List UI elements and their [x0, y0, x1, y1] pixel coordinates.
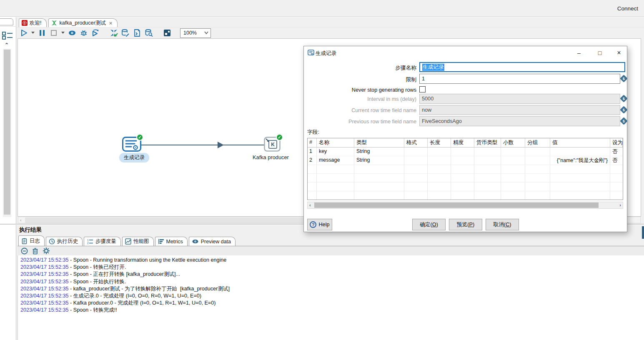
step-generate-rows-label[interactable]: 生成记录 — [119, 153, 149, 162]
log-icon — [21, 238, 28, 244]
zoom-value: 100% — [180, 30, 202, 36]
tab-step-metrics[interactable]: 12 步骤度量 — [84, 237, 121, 246]
editor-tabbar: 欢迎! kafka_producer测试 × — [17, 18, 644, 27]
dialog-title: 生成记录 — [316, 50, 336, 57]
log-line: 2023/04/17 15:52:35 - 生成记录.0 - 完成处理 (I=0… — [20, 292, 644, 300]
ok-button[interactable]: 确定(O) — [412, 219, 446, 230]
log-line: 2023/04/17 15:52:35 - Spoon - 转换完成!! — [20, 307, 644, 314]
preview-eye-icon[interactable] — [68, 28, 77, 38]
table-scrollbar-thumb[interactable] — [314, 202, 599, 208]
log-line: 2023/04/17 15:52:35 - Spoon - 转换已经打开. — [20, 264, 644, 271]
step-name-input[interactable]: 生成记录 — [419, 62, 625, 72]
get-sql-icon[interactable] — [133, 28, 142, 38]
delete-log-icon[interactable] — [32, 248, 38, 255]
scroll-left-icon[interactable]: ‹ — [20, 218, 22, 222]
tab-preview-data[interactable]: Preview data — [189, 237, 236, 246]
variable-icon[interactable]: $ — [620, 106, 627, 113]
table-horizontal-scrollbar[interactable]: ‹ › — [307, 202, 623, 209]
log-settings-gear-icon[interactable] — [43, 247, 50, 255]
table-row[interactable]: 2 message String {"name":"我是大金刚"} 否 — [308, 156, 623, 165]
interval-input[interactable]: 5000 — [419, 94, 620, 104]
maximize-icon[interactable]: □ — [594, 48, 606, 58]
generate-rows-icon — [308, 50, 314, 55]
spoon-window: Connect ⌃ 欢迎! kafka_producer测试 × — [0, 0, 644, 340]
pause-icon[interactable] — [38, 28, 47, 38]
log-output[interactable]: 2023/04/17 15:52:35 - Spoon - Running tr… — [18, 255, 644, 340]
tab-transformation-label: kafka_producer测试 — [59, 20, 105, 27]
line-chart-icon — [125, 238, 131, 245]
tab-welcome-label: 欢迎! — [30, 20, 41, 27]
panel-maximize-icon[interactable] — [642, 226, 644, 239]
never-stop-checkbox[interactable] — [419, 86, 426, 92]
close-icon[interactable]: × — [613, 48, 625, 58]
log-line: 2023/04/17 15:52:35 - Spoon - 开始执行转换. — [20, 278, 644, 285]
stop-options-icon[interactable] — [61, 28, 65, 38]
fields-table[interactable]: # 名称 类型 格式 长度 精度 货币类型 小数 分组 值 设为 1 key S… — [307, 138, 623, 200]
numbered-list-icon: 12 — [87, 238, 93, 245]
step-kafka-producer-label[interactable]: Kafka producer — [253, 154, 289, 160]
variable-icon[interactable]: $ — [620, 75, 627, 82]
variable-icon[interactable]: $ — [620, 95, 627, 102]
bars-icon — [158, 238, 164, 245]
table-row[interactable] — [308, 174, 623, 182]
left-explorer-panel: ⌃ — [0, 17, 16, 340]
scroll-up-icon[interactable]: ⌃ — [5, 42, 9, 48]
table-row[interactable] — [308, 191, 623, 200]
interval-label: Interval in ms (delay) — [304, 96, 416, 102]
table-row[interactable]: 1 key String 否 — [308, 148, 623, 156]
step-success-badge: ✓ — [276, 134, 283, 141]
run-icon[interactable] — [19, 28, 28, 38]
hop-arrow-icon[interactable] — [218, 142, 224, 148]
run-options-icon[interactable] — [31, 28, 35, 38]
hop-line[interactable] — [140, 145, 266, 145]
scroll-right-icon[interactable]: › — [619, 202, 621, 208]
table-row[interactable] — [308, 165, 623, 174]
step-name-label: 步骤名称 — [304, 65, 416, 72]
preview-button[interactable]: 预览(P) — [449, 219, 482, 230]
tab-transformation[interactable]: kafka_producer测试 × — [48, 18, 118, 27]
current-row-time-input[interactable]: now — [419, 105, 620, 115]
tab-welcome[interactable]: 欢迎! — [19, 18, 47, 27]
connect-button[interactable]: Connect — [617, 5, 638, 12]
generate-rows-dialog: 生成记录 – □ × 步骤名称 生成记录 限制 1 $ Never stop g… — [303, 46, 627, 232]
debug-icon[interactable] — [79, 28, 88, 38]
view-toggle-icon[interactable] — [2, 31, 13, 40]
replay-icon[interactable] — [91, 28, 100, 38]
cancel-button[interactable]: 取消(C) — [486, 219, 519, 230]
impact-analysis-icon[interactable] — [121, 28, 130, 38]
kettle-green-logo-icon — [51, 20, 57, 26]
left-scrollbar[interactable] — [3, 49, 11, 217]
dialog-titlebar[interactable]: 生成记录 – □ × — [304, 46, 627, 60]
log-line: 2023/04/17 15:52:35 - Spoon - Running tr… — [20, 257, 644, 264]
log-line: 2023/04/17 15:52:35 - Spoon - 正在打开转换 [ka… — [20, 271, 644, 278]
zoom-select[interactable]: 100% — [180, 28, 211, 38]
clear-log-icon[interactable] — [21, 248, 28, 255]
svg-text:K: K — [271, 142, 275, 148]
previous-row-time-input[interactable]: FiveSecondsAgo — [419, 116, 620, 126]
clock-icon — [49, 238, 55, 245]
results-title: 执行结果 — [19, 226, 42, 234]
tab-performance-graph[interactable]: 性能图 — [122, 237, 154, 246]
top-menubar: Connect — [0, 0, 644, 17]
explore-database-icon[interactable] — [144, 28, 153, 38]
log-toolbar — [18, 246, 644, 255]
help-button[interactable]: ? Help — [307, 219, 332, 230]
tab-metrics[interactable]: Metrics — [155, 237, 188, 246]
help-icon: ? — [310, 221, 316, 228]
svg-text:2: 2 — [87, 242, 89, 245]
show-results-icon[interactable] — [163, 28, 172, 38]
divider — [0, 26, 16, 27]
left-scrollbar-thumb[interactable] — [4, 50, 10, 215]
never-stop-label: Never stop generating rows — [304, 87, 416, 93]
variable-icon[interactable]: $ — [620, 117, 627, 125]
scroll-left-icon[interactable]: ‹ — [309, 202, 311, 208]
verify-transformation-icon[interactable] — [109, 28, 118, 38]
stop-icon[interactable] — [49, 28, 58, 38]
table-row[interactable] — [308, 182, 623, 191]
explorer-tab-fragment[interactable] — [0, 18, 13, 25]
tab-log[interactable]: 日志 — [18, 235, 45, 246]
limit-input[interactable]: 1 — [419, 74, 620, 84]
minimize-icon[interactable]: – — [573, 48, 585, 58]
tab-close-icon[interactable]: × — [109, 20, 113, 26]
tab-execution-history[interactable]: 执行历史 — [46, 237, 83, 246]
